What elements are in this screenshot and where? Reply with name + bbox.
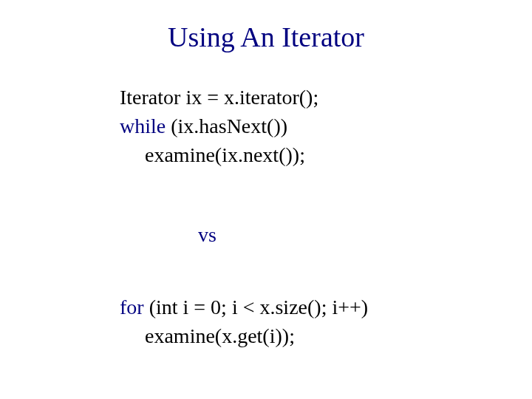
keyword-for: for [120, 296, 144, 318]
code-line-while: while (ix.hasNext()) [120, 112, 502, 140]
keyword-while: while [120, 115, 166, 137]
for-condition: (int i = 0; i < x.size(); i++) [144, 296, 368, 318]
vs-separator: vs [120, 223, 502, 247]
code-line-for: for (int i = 0; i < x.size(); i++) [120, 293, 502, 321]
slide-title: Using An Iterator [0, 21, 532, 53]
code-line-examine-get: examine(x.get(i)); [120, 321, 502, 350]
while-condition: (ix.hasNext()) [166, 115, 287, 137]
code-line-examine-next: examine(ix.next()); [120, 140, 502, 169]
code-line-iterator-decl: Iterator ix = x.iterator(); [120, 83, 502, 112]
slide-content: Iterator ix = x.iterator(); while (ix.ha… [0, 83, 532, 350]
slide-container: Using An Iterator Iterator ix = x.iterat… [0, 0, 532, 399]
